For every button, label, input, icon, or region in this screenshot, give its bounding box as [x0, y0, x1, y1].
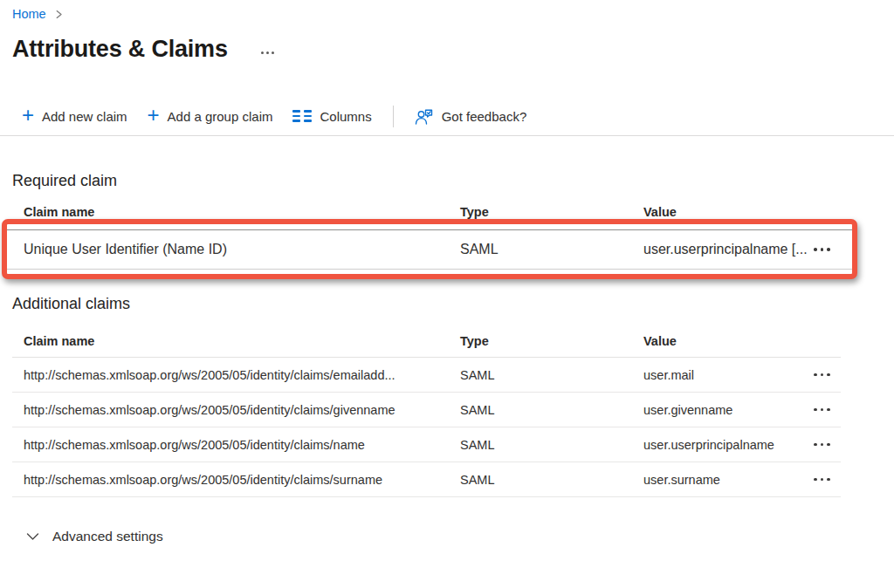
columns-icon: [292, 110, 312, 122]
table-row-givenname[interactable]: http://schemas.xmlsoap.org/ws/2005/05/id…: [12, 393, 841, 427]
toolbar-divider: [0, 135, 894, 136]
advanced-settings-toggle[interactable]: Advanced settings: [26, 529, 163, 544]
value-cell: user.mail: [643, 368, 812, 382]
row-more-options-icon[interactable]: [812, 243, 832, 256]
chevron-down-icon: [26, 529, 39, 544]
plus-icon: +: [148, 106, 160, 124]
highlight-annotation-box: Unique User Identifier (Name ID) SAML us…: [2, 219, 857, 279]
row-more-options-icon[interactable]: [812, 473, 832, 487]
type-cell: SAML: [460, 368, 643, 382]
value-cell: user.givenname: [643, 403, 812, 417]
attributes-claims-page: Home Attributes & Claims + Add new claim…: [0, 0, 894, 588]
value-cell: user.userprincipalname [...: [643, 242, 812, 257]
value-cell: user.userprincipalname: [643, 438, 812, 452]
more-options-icon[interactable]: [258, 48, 278, 58]
row-more-options-icon[interactable]: [812, 403, 832, 417]
toolbar-separator: [393, 106, 394, 127]
type-cell: SAML: [460, 242, 643, 257]
title-row: Attributes & Claims: [12, 36, 278, 63]
got-feedback-label: Got feedback?: [442, 109, 527, 124]
command-toolbar: + Add new claim + Add a group claim Colu…: [22, 104, 526, 128]
additional-claims-heading: Additional claims: [12, 295, 130, 313]
value-cell: user.surname: [643, 473, 812, 487]
columns-label: Columns: [320, 109, 371, 124]
table-row-unique-user-identifier[interactable]: Unique User Identifier (Name ID) SAML us…: [7, 229, 852, 270]
chevron-right-icon: [54, 10, 64, 19]
column-header-type: Type: [460, 334, 643, 348]
breadcrumb: Home: [12, 7, 64, 21]
add-new-claim-label: Add new claim: [42, 109, 127, 124]
advanced-settings-label: Advanced settings: [52, 529, 163, 544]
column-header-type: Type: [460, 205, 643, 219]
row-more-options-icon[interactable]: [812, 368, 832, 382]
additional-claims-table: Claim name Type Value http://schemas.xml…: [12, 325, 841, 497]
claim-name-cell: http://schemas.xmlsoap.org/ws/2005/05/id…: [12, 403, 460, 417]
row-more-options-icon[interactable]: [812, 438, 832, 452]
table-row-name[interactable]: http://schemas.xmlsoap.org/ws/2005/05/id…: [12, 427, 841, 462]
claim-name-cell: http://schemas.xmlsoap.org/ws/2005/05/id…: [12, 368, 460, 382]
column-header-claim-name: Claim name: [12, 334, 460, 348]
add-group-claim-button[interactable]: + Add a group claim: [148, 107, 273, 125]
columns-button[interactable]: Columns: [292, 109, 371, 124]
claim-name-cell: http://schemas.xmlsoap.org/ws/2005/05/id…: [12, 473, 460, 487]
page-title: Attributes & Claims: [12, 36, 228, 63]
table-row-emailaddress[interactable]: http://schemas.xmlsoap.org/ws/2005/05/id…: [12, 358, 841, 393]
type-cell: SAML: [460, 473, 643, 487]
column-header-value: Value: [643, 205, 812, 219]
column-header-value: Value: [643, 334, 812, 348]
breadcrumb-home-link[interactable]: Home: [12, 7, 46, 21]
got-feedback-button[interactable]: Got feedback?: [415, 107, 527, 125]
table-row-surname[interactable]: http://schemas.xmlsoap.org/ws/2005/05/id…: [12, 462, 841, 497]
additional-table-header: Claim name Type Value: [12, 325, 841, 358]
claim-name-cell: Unique User Identifier (Name ID): [7, 242, 460, 257]
add-group-claim-label: Add a group claim: [168, 109, 273, 124]
type-cell: SAML: [460, 403, 643, 417]
person-feedback-icon: [415, 108, 434, 126]
required-claim-heading: Required claim: [12, 172, 117, 190]
type-cell: SAML: [460, 438, 643, 452]
add-new-claim-button[interactable]: + Add new claim: [22, 107, 127, 125]
column-header-claim-name: Claim name: [12, 205, 460, 219]
plus-icon: +: [22, 106, 34, 124]
claim-name-cell: http://schemas.xmlsoap.org/ws/2005/05/id…: [12, 438, 460, 452]
